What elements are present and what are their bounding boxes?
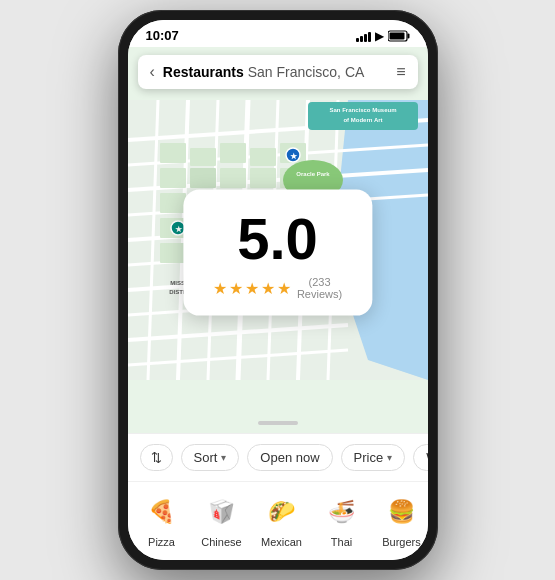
category-pizza[interactable]: 🍕 Pizza — [140, 492, 184, 548]
price-label: Price — [354, 450, 384, 465]
star-2: ★ — [229, 278, 243, 297]
chinese-label: Chinese — [201, 536, 241, 548]
burgers-label: Burgers — [382, 536, 421, 548]
svg-rect-2 — [389, 32, 404, 39]
pizza-icon: 🍕 — [142, 492, 182, 532]
mexican-icon: 🌮 — [262, 492, 302, 532]
svg-rect-1 — [407, 33, 409, 38]
rating-stars: ★ ★ ★ ★ ★ (233 Reviews) — [213, 276, 342, 300]
open-now-label: Open now — [260, 450, 319, 465]
open-now-button[interactable]: Open now — [247, 444, 332, 471]
star-5: ★ — [277, 278, 291, 297]
status-time: 10:07 — [146, 28, 179, 43]
svg-rect-21 — [160, 143, 186, 163]
price-chevron-icon: ▾ — [387, 452, 392, 463]
thai-label: Thai — [331, 536, 352, 548]
svg-text:San Francisco Museum: San Francisco Museum — [329, 107, 396, 113]
sliders-icon: ⇅ — [151, 450, 162, 465]
star-3: ★ — [245, 278, 259, 297]
svg-rect-27 — [190, 168, 216, 188]
waitlist-label: Waitli... — [426, 450, 427, 465]
svg-rect-22 — [190, 148, 216, 166]
search-text: Restaurants San Francisco, CA — [163, 64, 388, 80]
battery-icon — [388, 30, 410, 42]
waitlist-button[interactable]: Waitli... — [413, 444, 427, 471]
search-title-light: San Francisco, CA — [244, 64, 365, 80]
svg-text:of Modern Art: of Modern Art — [343, 117, 382, 123]
filter-icon-button[interactable]: ⇅ — [140, 444, 173, 471]
svg-rect-31 — [160, 193, 186, 213]
star-4: ★ — [261, 278, 275, 297]
reviews-count: (233 Reviews) — [297, 276, 342, 300]
bottom-panel: ⇅ Sort ▾ Open now Price ▾ Waitli... — [128, 433, 428, 560]
svg-rect-23 — [220, 143, 246, 163]
menu-icon[interactable]: ≡ — [396, 63, 405, 81]
svg-rect-24 — [250, 148, 276, 166]
svg-text:★: ★ — [289, 152, 297, 161]
mexican-label: Mexican — [261, 536, 302, 548]
signal-icon — [356, 30, 371, 42]
search-bar[interactable]: ‹ Restaurants San Francisco, CA ≡ — [138, 55, 418, 89]
star-1: ★ — [213, 278, 227, 297]
svg-rect-26 — [160, 168, 186, 188]
back-button[interactable]: ‹ — [150, 63, 155, 81]
category-row: 🍕 Pizza 🥡 Chinese 🌮 Mexican 🍜 Thai 🍔 — [128, 482, 428, 560]
sort-chevron-icon: ▾ — [221, 452, 226, 463]
rating-card: 5.0 ★ ★ ★ ★ ★ (233 Reviews) — [183, 190, 372, 316]
map-area: ★ ★ ★ MISSION BAY MISSION DISTRICT Oracl… — [128, 47, 428, 433]
thai-icon: 🍜 — [322, 492, 362, 532]
category-chinese[interactable]: 🥡 Chinese — [200, 492, 244, 548]
status-icons: ▶ — [356, 29, 410, 43]
chinese-icon: 🥡 — [202, 492, 242, 532]
phone-frame: 10:07 ▶ — [118, 10, 438, 570]
price-button[interactable]: Price ▾ — [341, 444, 406, 471]
drag-handle — [258, 421, 298, 425]
svg-rect-29 — [250, 168, 276, 188]
status-bar: 10:07 ▶ — [128, 20, 428, 47]
phone-screen: 10:07 ▶ — [128, 20, 428, 560]
category-thai[interactable]: 🍜 Thai — [320, 492, 364, 548]
svg-rect-41 — [160, 243, 186, 263]
burgers-icon: 🍔 — [382, 492, 422, 532]
category-burgers[interactable]: 🍔 Burgers — [380, 492, 424, 548]
sort-button[interactable]: Sort ▾ — [181, 444, 240, 471]
filter-bar: ⇅ Sort ▾ Open now Price ▾ Waitli... — [128, 434, 428, 482]
svg-text:★: ★ — [174, 225, 182, 234]
wifi-icon: ▶ — [375, 29, 384, 43]
rating-score: 5.0 — [213, 210, 342, 268]
svg-text:Oracle Park: Oracle Park — [296, 171, 330, 177]
sort-label: Sort — [194, 450, 218, 465]
pizza-label: Pizza — [148, 536, 175, 548]
svg-rect-28 — [220, 168, 246, 188]
search-title-bold: Restaurants — [163, 64, 244, 80]
category-mexican[interactable]: 🌮 Mexican — [260, 492, 304, 548]
